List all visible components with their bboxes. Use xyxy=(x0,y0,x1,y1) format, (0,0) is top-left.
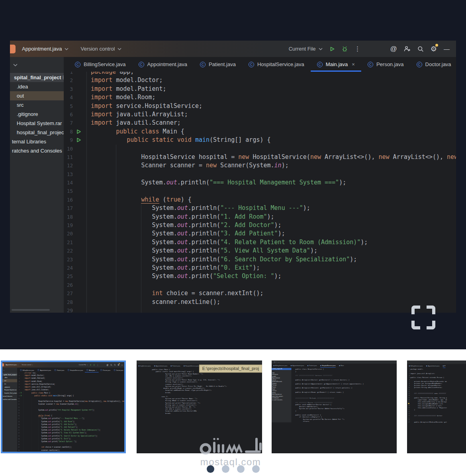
line-number: 24 xyxy=(64,264,73,272)
thumbnail-mini-ide: BillingService.javaAppointment.javaP1pac… xyxy=(407,360,466,453)
ide-body: spital_final_project E:\.ideaoutsrc.giti… xyxy=(10,57,456,313)
pagination-dot-4[interactable] xyxy=(252,465,260,473)
chevron-down-icon xyxy=(65,48,69,50)
code-line: 25 System.out.print("Select Option: "); xyxy=(64,272,456,280)
settings-button[interactable]: ⚙ xyxy=(431,45,437,53)
code-line: 8 public class Main { xyxy=(64,127,456,136)
tree-item[interactable]: out xyxy=(10,91,64,100)
thumbnail-tab: Appointment.java xyxy=(426,364,439,368)
tree-item[interactable]: spital_final_project E:\ xyxy=(10,73,64,82)
line-number: 14 xyxy=(64,178,73,187)
tree-scrollbar[interactable] xyxy=(12,309,50,311)
run-gutter-icon[interactable] xyxy=(76,137,81,143)
thumbnail-tab: Patient.java xyxy=(307,364,317,368)
more-actions-button[interactable]: ⋮ xyxy=(354,46,361,52)
line-number: 8 xyxy=(64,127,73,136)
thumbnail-tab: Patient.java xyxy=(171,364,180,368)
code-line: 27 int choice = scanner.nextInt(); xyxy=(64,289,456,298)
code-line: 9 public static void main(String[] args)… xyxy=(64,136,456,144)
tree-item[interactable]: src xyxy=(10,100,64,110)
line-number: 19 xyxy=(64,221,73,229)
thumbnail-toolbar xyxy=(407,360,466,364)
thumbnail-1[interactable]: Appointment.java Version control Current… xyxy=(1,360,126,453)
line-number: 12 xyxy=(64,161,73,170)
tree-item[interactable]: ratches and Consoles xyxy=(10,146,64,155)
file-switcher-label: Appointment.java xyxy=(22,46,62,52)
file-switcher-menu[interactable]: Appointment.java xyxy=(22,46,69,52)
code-line: 11 HospitalService hospital = new Hospit… xyxy=(64,153,456,161)
line-number: 28 xyxy=(64,298,73,306)
line-number: 17 xyxy=(64,204,73,212)
line-number: 26 xyxy=(64,281,73,289)
line-number: 22 xyxy=(64,247,73,255)
lightbulb-icon xyxy=(408,403,409,404)
search-button[interactable] xyxy=(417,46,424,52)
thumbnail-tab: BillingService.java xyxy=(409,364,423,368)
app-icon xyxy=(10,45,16,53)
editor-tab-hospitalservice-java[interactable]: CHospitalService.java xyxy=(242,57,311,72)
run-button[interactable] xyxy=(329,46,335,52)
pagination-dot-2[interactable] xyxy=(222,465,229,473)
line-number: 1 xyxy=(64,72,73,76)
tree-item[interactable]: .idea xyxy=(10,82,64,91)
code-line: 10 xyxy=(64,145,456,153)
tree-item[interactable]: Hospital System.rar xyxy=(10,119,64,128)
thumbnail-code: public class Main { public static void m… xyxy=(137,368,262,414)
fullscreen-corner-icon xyxy=(427,321,435,329)
tree-item[interactable]: hospital_final_project. xyxy=(10,128,64,137)
code-line: 24 System.out.println("0. Exit"); xyxy=(64,264,456,272)
fullscreen-button[interactable] xyxy=(411,306,435,329)
editor-tab-patient-java[interactable]: CPatient.java xyxy=(194,57,242,72)
play-icon xyxy=(329,46,335,52)
thumbnail-toolbar xyxy=(137,360,262,364)
editor-tab-doctor-java[interactable]: CDoctor.java xyxy=(410,57,456,72)
editor-tab-billingservice-java[interactable]: CBillingService.java xyxy=(69,57,132,72)
code-line: 12 Scanner scanner = new Scanner(System.… xyxy=(64,161,456,170)
thumbnail-3[interactable]: ◌ ∑ ⋮ —BillingService.javaAppointment.ja… xyxy=(272,360,397,453)
pagination-dot-1[interactable] xyxy=(207,465,214,473)
code-line: 2import model.Doctor; xyxy=(64,76,456,84)
tree-item[interactable]: ternal Libraries xyxy=(10,137,64,146)
minimize-button[interactable]: — xyxy=(444,46,450,52)
code-line: 28 scanner.nextLine(); xyxy=(64,298,456,306)
code-line: 7import java.util.Scanner; xyxy=(64,119,456,127)
code-line: 26 xyxy=(64,281,456,289)
ai-assistant-icon[interactable]: @ xyxy=(390,45,397,52)
thumbnail-4[interactable]: BillingService.javaAppointment.javaP1pac… xyxy=(407,360,466,453)
run-gutter-icon[interactable] xyxy=(76,129,81,134)
thumbnail-project-tree: l_final_project E: appinterfacesmodelApp… xyxy=(272,368,292,423)
code-line: 18 System.out.println("1. Add Room"); xyxy=(64,213,456,221)
code-line: 21 System.out.println("4. Relate Patient… xyxy=(64,238,456,247)
close-tab-icon[interactable]: × xyxy=(352,61,355,67)
line-number: 7 xyxy=(64,119,73,127)
toolbar-right-actions: Current File ⋮ @ xyxy=(289,41,456,57)
fullscreen-corner-icon xyxy=(411,306,420,314)
editor-tab-person-java[interactable]: CPerson.java xyxy=(361,57,410,72)
version-control-menu[interactable]: Version control xyxy=(80,46,121,52)
line-number: 2 xyxy=(64,76,73,84)
debug-button[interactable] xyxy=(342,46,348,52)
tree-collapse-chevron-icon[interactable] xyxy=(13,61,18,68)
ide-screenshot: Appointment.java Version control Current… xyxy=(10,41,456,313)
line-number: 6 xyxy=(64,110,73,119)
thumbnail-mini-ide: lingService.javaAppointment.javaPatient.… xyxy=(137,360,262,453)
code-line: 23 System.out.println("6. Search Doctor … xyxy=(64,255,456,264)
run-config-label: Current File xyxy=(289,46,316,52)
run-config-selector[interactable]: Current File xyxy=(289,46,323,52)
thumbnail-2[interactable]: lingService.javaAppointment.javaPatient.… xyxy=(137,360,262,453)
code-line: 3import model.Patient; xyxy=(64,85,456,93)
editor-tab-main-java[interactable]: CMain.java× xyxy=(311,57,361,72)
editor-tab-appointment-java[interactable]: CAppointment.java xyxy=(132,57,194,72)
line-number: 10 xyxy=(64,145,73,153)
code-line: 14 System.out.println("=== Hospital Mana… xyxy=(64,178,456,187)
thumbnail-scaled-preview: Appointment.java Version control Current… xyxy=(2,362,125,453)
thumbnail-window-icons: ◌ ∑ ⋮ — xyxy=(272,360,397,364)
thumbnail-tab-bar: BillingService.javaAppointment.javaPatie… xyxy=(272,364,397,368)
thumbnail-code: public class HospitalService {} /// ////… xyxy=(292,368,364,423)
pagination-dot-3[interactable] xyxy=(237,465,245,473)
code-line: 6import java.util.ArrayList; xyxy=(64,110,456,119)
code-line: 22 System.out.println("5. View All Syste… xyxy=(64,247,456,255)
tree-item[interactable]: .gitignore xyxy=(10,110,64,119)
thumbnail-tab-bar: BillingService.javaAppointment.javaP xyxy=(407,364,466,368)
add-user-button[interactable] xyxy=(404,46,411,52)
